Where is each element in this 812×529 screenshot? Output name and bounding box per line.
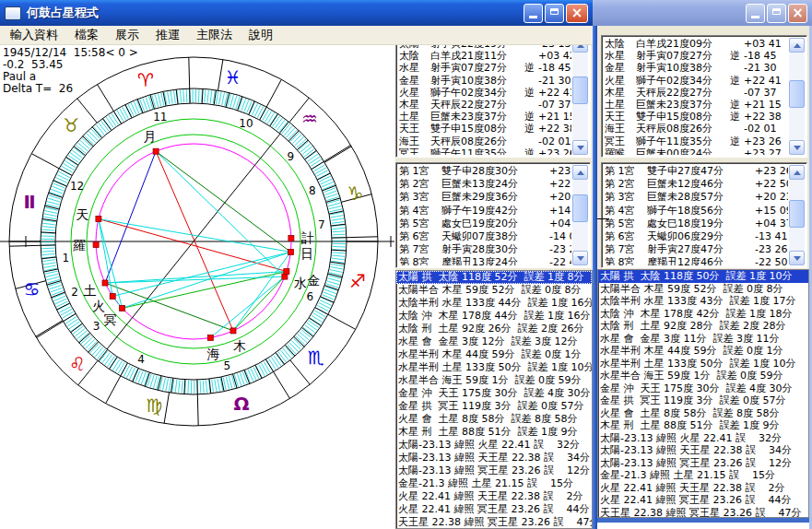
- aspect-row[interactable]: 水星 會 金星 3度 11分 誤差 3度 11分: [598, 333, 808, 346]
- list-row[interactable]: 羅喉巨蟹未00度24分+23 27: [605, 147, 788, 155]
- aspect-row[interactable]: 太陰半刑 水星 133度 43分 誤差 1度 17分: [598, 295, 808, 308]
- scroll-up-button[interactable]: [789, 38, 805, 53]
- list-row[interactable]: 火星獅子午02度34分逆+22 41: [399, 87, 571, 99]
- aspect-row[interactable]: 太陰 刑 土星 92度 28分 誤差 2度 28分: [598, 320, 808, 333]
- aspect-row[interactable]: 太陽-23.13 緯照 火星 22.41 誤 32分: [396, 439, 592, 452]
- aspect-row[interactable]: 木星 刑 土星 88度 51分 誤差 1度 9分: [396, 426, 592, 439]
- aspect-row[interactable]: 太陰半刑 水星 133度 44分 誤差 1度 16分: [396, 297, 592, 310]
- aspect-row[interactable]: 金星-21.3 緯照 土星 21.15 誤 15分: [598, 469, 808, 482]
- list-row[interactable]: 第 2宮巨蟹未13度24分+22 46: [399, 178, 571, 191]
- list-row[interactable]: 冥王獅子午11度35分逆+23 26: [605, 135, 788, 147]
- scroll-down-button[interactable]: [572, 140, 588, 155]
- aspect-row[interactable]: 太陽-23.13 緯照 天王星 22.38 誤 34分: [396, 452, 592, 464]
- list-row[interactable]: 金星射手寅10度38分-21 30: [605, 62, 788, 74]
- scroll-up-button[interactable]: [789, 165, 805, 180]
- list-row[interactable]: 天王雙子申15度08分逆+22 38: [605, 111, 788, 123]
- aspect-row[interactable]: 太陰 刑 土星 92度 26分 誤差 2度 26分: [396, 323, 592, 335]
- aspect-row[interactable]: 太陽半合 木星 59度 52分 誤差 0度 8分: [396, 284, 592, 297]
- menu-item[interactable]: 展示: [107, 25, 147, 45]
- aspect-row[interactable]: 太陽 拱 太陰 118度 52分 誤差 1度 8分: [396, 271, 592, 284]
- title-bar[interactable]: 何鼓占星程式: [0, 0, 593, 26]
- scroll-down-button[interactable]: [789, 140, 805, 155]
- aspect-row[interactable]: 水星半刑 木星 44度 59分 誤差 0度 1分: [396, 348, 592, 361]
- list-row[interactable]: 第 4宮獅子午18度56分+15 09: [605, 205, 788, 217]
- aspect-row[interactable]: 天王星 22.38 緯照 冥王星 23.26 誤 47分: [598, 507, 808, 519]
- list-row[interactable]: 第 6宮天蠍卯07度38分-14 04: [399, 230, 571, 243]
- maximize-button[interactable]: [767, 4, 786, 23]
- list-row[interactable]: 金星射手寅10度38分-21 30: [399, 75, 571, 87]
- aspect-row[interactable]: 金星 拱 冥王 119度 3分 誤差 0度 57分: [396, 400, 592, 413]
- aspect-row[interactable]: 火星 22.41 緯照 冥王星 23.26 誤 44分: [396, 503, 592, 516]
- aspect-row[interactable]: 金星 沖 天王 175度 30分 誤差 4度 30分: [396, 387, 592, 400]
- aspect-row[interactable]: 太陰 沖 木星 178度 44分 誤差 1度 16分: [396, 310, 592, 323]
- list-row[interactable]: 太陰白羊戌21度09分+03 41: [605, 38, 788, 50]
- aspect-row[interactable]: 金星 沖 天王 175度 30分 誤差 4度 30分: [598, 382, 808, 395]
- list-row[interactable]: 土星巨蟹未23度37分逆+21 15: [605, 99, 788, 111]
- list-row[interactable]: 太陰白羊戌21度11分+03 42: [399, 50, 571, 62]
- menu-item[interactable]: 主限法: [188, 25, 241, 45]
- title-bar-inactive[interactable]: [593, 0, 812, 26]
- aspect-row[interactable]: 火星 22.41 緯照 天王星 22.38 誤 2分: [598, 482, 808, 495]
- list-row[interactable]: 第 3宮巨蟹未28度57分+20 23: [605, 191, 788, 204]
- aspect-row[interactable]: 水星半合 海王 59度 1分 誤差 0度 59分: [396, 374, 592, 387]
- aspect-row[interactable]: 火星 會 土星 8度 58分 誤差 8度 58分: [598, 407, 808, 420]
- list-row[interactable]: 第 7宮射手寅28度30分-23 26: [399, 243, 571, 256]
- scrollbar[interactable]: [789, 165, 805, 265]
- aspect-row[interactable]: 太陽-23.13 緯照 冥王星 23.26 誤 12分: [598, 457, 808, 470]
- house-cusps-list-left[interactable]: 第 1宮雙子申28度30分+23 26第 2宮巨蟹未13度24分+22 46第 …: [395, 162, 591, 268]
- planet-positions-list-left[interactable]: 太陽射手寅22度19分-23 13太陰白羊戌21度11分+03 42水星射手寅0…: [395, 35, 591, 158]
- menu-item[interactable]: 說明: [241, 25, 281, 45]
- list-row[interactable]: 第 8宮摩羯丑12度46分-22 50: [605, 256, 788, 265]
- aspect-row[interactable]: 太陽-23.13 緯照 天王星 22.38 誤 34分: [598, 444, 808, 457]
- aspect-row[interactable]: 水星半刑 木星 44度 59分 誤差 0度 1分: [598, 345, 808, 358]
- aspect-row[interactable]: 太陽半合 木星 59度 52分 誤差 0度 8分: [598, 283, 808, 296]
- list-row[interactable]: 水星射手寅07度27分逆-18 45: [399, 62, 571, 74]
- house-cusps-list-right[interactable]: 第 1宮雙子申27度47分+23 26第 2宮巨蟹未12度46分+22 50第 …: [601, 162, 807, 268]
- list-row[interactable]: 水星射手寅07度27分逆-18 45: [605, 50, 788, 62]
- aspect-row[interactable]: 火星 22.41 緯照 天王星 22.38 誤 2分: [396, 490, 592, 503]
- list-row[interactable]: 第 7宮射手寅27度47分-23 26: [605, 243, 788, 256]
- maximize-button[interactable]: [545, 4, 564, 23]
- scrollbar[interactable]: [789, 38, 805, 155]
- menu-item[interactable]: 輸入資料: [2, 25, 66, 45]
- scrollbar-thumb[interactable]: [789, 200, 805, 228]
- list-row[interactable]: 土星巨蟹未23度37分逆+21 15: [399, 111, 571, 123]
- aspect-row[interactable]: 水星半刑 土星 133度 50分 誤差 1度 10分: [396, 361, 592, 374]
- aspects-list-right[interactable]: 太陽 拱 太陰 118度 50分 誤差 1度 10分太陽半合 木星 59度 52…: [597, 269, 809, 518]
- list-row[interactable]: 第 8宮摩羯丑13度24分-22 46: [399, 256, 571, 265]
- list-row[interactable]: 第 2宮巨蟹未12度46分+22 50: [605, 178, 788, 191]
- list-row[interactable]: 木星天秤辰22度27分-07 37: [605, 87, 788, 99]
- minimize-button[interactable]: [524, 4, 543, 23]
- aspect-row[interactable]: 金星-21.3 緯照 土星 21.15 誤 15分: [396, 477, 592, 490]
- aspect-row[interactable]: 天王星 22.38 緯照 冥王星 23.26 誤 47分: [396, 516, 592, 529]
- aspect-row[interactable]: 太陽-23.13 緯照 火星 22.41 誤 32分: [598, 432, 808, 445]
- list-row[interactable]: 第 1宮雙子申28度30分+23 26: [399, 165, 571, 178]
- scroll-down-button[interactable]: [789, 251, 805, 265]
- list-row[interactable]: 海王天秤辰08度26分-02 01: [399, 135, 571, 147]
- aspect-row[interactable]: 太陽-23.13 緯照 冥王星 23.26 誤 12分: [396, 464, 592, 477]
- menu-item[interactable]: 推運: [147, 25, 188, 45]
- close-button[interactable]: [566, 4, 588, 23]
- aspect-row[interactable]: 水星 會 金星 3度 12分 誤差 3度 12分: [396, 335, 592, 348]
- list-row[interactable]: 第 5宮處女巳18度19分+04 37: [605, 217, 788, 230]
- scrollbar-thumb[interactable]: [572, 76, 588, 104]
- list-row[interactable]: 木星天秤辰22度27分-07 37: [399, 99, 571, 111]
- aspect-row[interactable]: 水星半合 海王 59度 1分 誤差 0度 59分: [598, 370, 808, 382]
- list-row[interactable]: 第 1宮雙子申27度47分+23 26: [605, 165, 788, 178]
- list-row[interactable]: 天王雙子申15度08分逆+22 38: [399, 123, 571, 135]
- aspect-row[interactable]: 水星半刑 土星 133度 50分 誤差 1度 10分: [598, 358, 808, 370]
- list-row[interactable]: 第 3宮巨蟹未29度36分+20 14: [399, 191, 571, 204]
- list-row[interactable]: 第 4宮獅子午19度42分+14 55: [399, 205, 571, 217]
- scrollbar[interactable]: [572, 165, 588, 265]
- list-row[interactable]: 火星獅子午02度34分逆+22 41: [605, 75, 788, 87]
- scrollbar-thumb[interactable]: [572, 194, 588, 222]
- planet-positions-list-right[interactable]: 太陰白羊戌21度09分+03 41水星射手寅07度27分逆-18 45金星射手寅…: [601, 35, 807, 158]
- aspect-row[interactable]: 火星 會 土星 8度 58分 誤差 8度 58分: [396, 413, 592, 426]
- list-row[interactable]: 海王天秤辰08度26分-02 01: [605, 123, 788, 135]
- aspect-row[interactable]: 木星 刑 土星 88度 51分 誤差 1度 9分: [598, 419, 808, 432]
- aspect-row[interactable]: 金星 拱 冥王 119度 3分 誤差 0度 57分: [598, 394, 808, 407]
- close-button[interactable]: [788, 4, 807, 23]
- scroll-up-button[interactable]: [572, 165, 588, 180]
- minimize-button[interactable]: [746, 4, 765, 23]
- list-row[interactable]: 冥王獅子午11度35分逆+23 26: [399, 147, 571, 155]
